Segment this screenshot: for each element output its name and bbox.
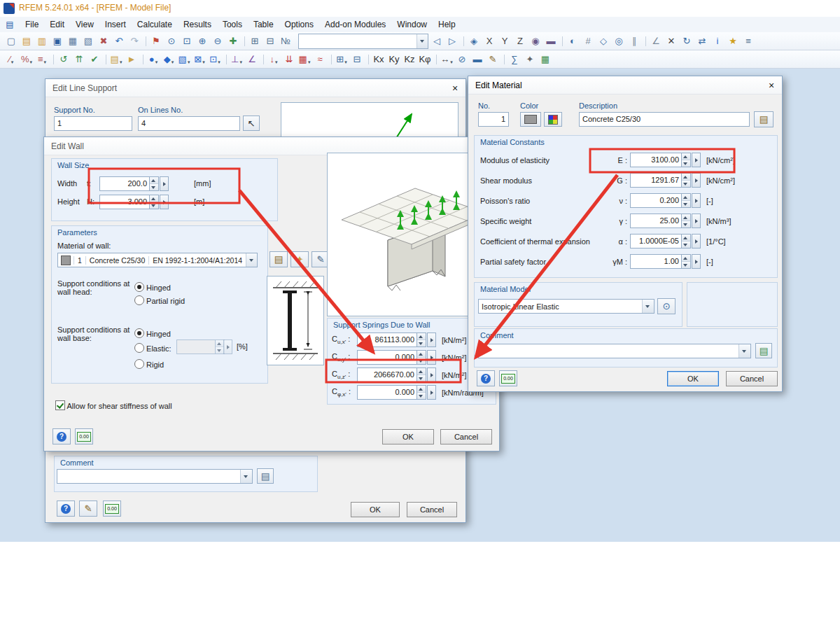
stiffness-y-icon[interactable]: Ky▾ <box>387 52 401 66</box>
spinner-arrows[interactable] <box>681 174 690 187</box>
spring-spinbox[interactable]: 861113.000 <box>357 332 426 347</box>
help-button[interactable]: ? <box>52 428 71 444</box>
spin-side-button[interactable] <box>692 153 701 167</box>
constant-spinbox[interactable]: 1291.67 <box>630 173 691 188</box>
radio-icon[interactable] <box>134 343 144 353</box>
spin-side-button[interactable] <box>160 195 169 209</box>
render-mode-icon[interactable]: ⚑▾ <box>149 34 163 48</box>
guidelines-icon[interactable]: ∥▾ <box>627 34 641 48</box>
spinner-arrows[interactable] <box>416 351 426 364</box>
new-opening-icon[interactable]: ⊡▾ <box>208 52 222 66</box>
check-model-icon[interactable]: ✔▾ <box>88 52 102 66</box>
zoom-icon[interactable]: ⊙▾ <box>164 34 178 48</box>
description-field[interactable]: Concrete C25/30 <box>579 112 750 127</box>
size-spinbox[interactable]: 200.0 <box>99 176 159 191</box>
undo-icon[interactable]: ↶▾ <box>112 34 126 48</box>
new-model-icon[interactable]: ▢▾ <box>4 34 18 48</box>
new-line-icon[interactable]: ◆▾ <box>162 52 176 66</box>
color-swatch-button[interactable] <box>520 112 541 127</box>
scale-factors-icon[interactable]: %▾ <box>20 52 34 66</box>
visibility-icon[interactable]: ◐▾ <box>566 34 580 48</box>
animation-icon[interactable]: ▬▾ <box>544 34 558 48</box>
spin-side-button[interactable] <box>427 368 436 382</box>
spinner-arrows[interactable] <box>149 177 158 190</box>
zoom-in-icon[interactable]: ⊕▾ <box>195 34 209 48</box>
view-y-icon[interactable]: Y▾ <box>498 34 512 48</box>
save-icon[interactable]: ▣▾ <box>50 34 64 48</box>
rotate-icon[interactable]: ↻▾ <box>680 34 694 48</box>
chevron-down-icon[interactable] <box>240 470 252 483</box>
new-material-button[interactable]: ✦ <box>290 251 309 267</box>
comment-templates-button[interactable]: ▤ <box>257 468 274 484</box>
chevron-down-icon[interactable] <box>738 344 750 358</box>
stiffness-phi-icon[interactable]: Kφ▾ <box>418 52 432 66</box>
spin-side-button[interactable] <box>427 350 436 365</box>
print-icon[interactable]: ▦▾ <box>66 34 80 48</box>
move-copy-icon[interactable]: ⇄▾ <box>695 34 709 48</box>
constant-spinbox[interactable]: 25.00 <box>630 214 691 228</box>
material-model-combo[interactable]: Isotropic Linear Elastic <box>478 299 654 314</box>
color-palette-button[interactable] <box>544 112 562 127</box>
imperfection-icon[interactable]: ≈▾ <box>313 52 327 66</box>
constant-spinbox[interactable]: 0.200 <box>630 193 691 208</box>
base-elastic-radio[interactable]: Elastic: <box>134 343 172 353</box>
dimension-icon[interactable]: ↔▾ <box>440 52 454 66</box>
copy-icon[interactable]: ▧▾ <box>81 34 95 48</box>
isometric-view-icon[interactable]: ◈▾ <box>467 34 481 48</box>
info-icon[interactable]: i▾ <box>710 34 724 48</box>
filter-table-icon[interactable]: ⊟▾ <box>350 52 364 66</box>
new-window-icon[interactable]: ⊞▾ <box>248 34 262 48</box>
menu-calculate[interactable]: Calculate <box>132 17 178 32</box>
section-cut-icon[interactable]: ⊘▾ <box>455 52 469 66</box>
clipping-plane-icon[interactable]: ▬▾ <box>470 52 484 66</box>
new-node-icon[interactable]: ●▾ <box>146 52 160 66</box>
size-spinbox[interactable]: 3.000 <box>99 195 159 209</box>
spin-side-button[interactable] <box>427 332 436 347</box>
goto-table-icon[interactable]: ⊞▾ <box>335 52 349 66</box>
zoom-out-icon[interactable]: ⊖▾ <box>211 34 225 48</box>
edit-line-style-icon[interactable]: ∕▾ <box>4 52 18 66</box>
head-hinged-radio[interactable]: Hinged <box>134 282 171 292</box>
ok-button[interactable]: OK <box>351 502 400 517</box>
select-icon[interactable]: ►▾ <box>125 52 139 66</box>
new-solid-icon[interactable]: ⊠▾ <box>192 52 206 66</box>
spinner-arrows[interactable] <box>681 194 690 207</box>
spring-spinbox[interactable]: 0.000 <box>357 385 426 400</box>
set-zero-button[interactable]: 0.00 <box>499 370 517 386</box>
spin-side-button[interactable] <box>692 173 701 188</box>
spring-spinbox[interactable]: 0.000 <box>357 350 426 365</box>
on-lines-field[interactable]: 4 <box>138 116 240 131</box>
spin-side-button[interactable] <box>160 176 169 191</box>
spinner-arrows[interactable] <box>681 214 690 227</box>
close-icon[interactable]: × <box>449 82 461 94</box>
comment-combo[interactable] <box>57 469 253 484</box>
radio-icon[interactable] <box>134 359 144 369</box>
base-rigid-radio[interactable]: Rigid <box>134 359 164 369</box>
snap-icon[interactable]: ◎▾ <box>612 34 626 48</box>
spin-side-button[interactable] <box>692 254 701 269</box>
constant-spinbox[interactable]: 1.00 <box>630 254 691 269</box>
spinner-arrows[interactable] <box>149 195 158 209</box>
material-library-button[interactable]: ▤ <box>754 111 774 127</box>
spinner-arrows[interactable] <box>416 368 426 382</box>
spinner-arrows[interactable] <box>416 386 426 399</box>
zoom-window-icon[interactable]: ⊡▾ <box>180 34 194 48</box>
forward-icon[interactable]: ▷▾ <box>445 34 459 48</box>
comment-templates-button[interactable]: ▤ <box>755 343 772 358</box>
grid-icon[interactable]: #▾ <box>581 34 595 48</box>
spin-side-button[interactable] <box>692 193 701 208</box>
menu-table[interactable]: Table <box>248 17 279 32</box>
chevron-down-icon[interactable] <box>246 253 257 267</box>
help-button[interactable]: ? <box>477 370 495 386</box>
view-combo[interactable] <box>298 34 428 49</box>
radio-icon[interactable] <box>134 282 144 292</box>
radio-icon[interactable] <box>134 295 144 305</box>
menu-help[interactable]: Help <box>433 17 461 32</box>
pick-lines-button[interactable]: ↖ <box>243 115 260 131</box>
surface-load-icon[interactable]: ▦▾ <box>298 52 312 66</box>
menu-addon-modules[interactable]: Add-on Modules <box>319 17 391 32</box>
close-icon[interactable]: × <box>765 79 778 92</box>
comment-combo[interactable] <box>478 344 751 358</box>
material-library-button[interactable]: ▤ <box>270 251 288 267</box>
cancel-button[interactable]: Cancel <box>440 429 492 444</box>
